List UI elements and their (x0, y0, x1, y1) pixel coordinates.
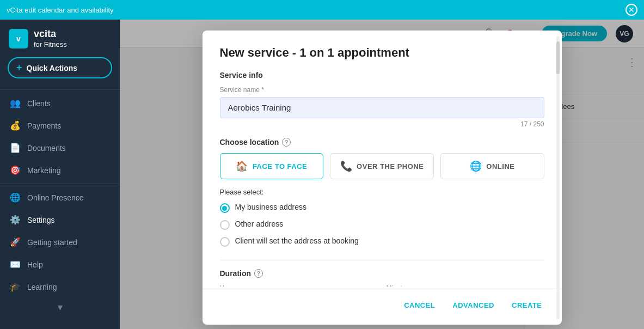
hours-label: Hours (220, 284, 378, 287)
sidebar-item-online-presence[interactable]: 🌐 Online Presence (0, 186, 120, 209)
app-body: v vcita for Fitness + Quick Actions 👥 Cl… (0, 20, 644, 329)
section-divider (220, 260, 544, 260)
cancel-button[interactable]: CANCEL (402, 297, 437, 314)
logo-text: vcita for Fitness (34, 28, 67, 48)
location-face-to-face[interactable]: 🏠 FACE TO FACE (220, 153, 324, 179)
modal-scrollbar[interactable] (554, 31, 562, 325)
radio-client-indicator (220, 237, 230, 247)
duration-section: Duration ? (220, 269, 544, 278)
clients-icon: 👥 (10, 98, 21, 108)
location-over-phone[interactable]: 📞 OVER THE PHONE (330, 153, 434, 179)
please-select-label: Please select: (220, 188, 544, 196)
minutes-label: Minutes (387, 284, 544, 287)
modal-header: New service - 1 on 1 appointment (203, 31, 562, 71)
getting-started-icon: 🚀 (10, 237, 21, 247)
location-online[interactable]: 🌐 ONLINE (440, 153, 544, 179)
radio-business-address[interactable]: My business address (220, 203, 544, 213)
advanced-button[interactable]: ADVANCED (450, 297, 496, 314)
radio-business-indicator (220, 203, 230, 213)
radio-group: My business address Other address Client… (220, 203, 544, 247)
sidebar-item-marketing[interactable]: 🎯 Marketing (0, 159, 120, 181)
sidebar-logo: v vcita for Fitness (0, 20, 120, 55)
duration-info-icon: ? (254, 269, 263, 278)
create-button[interactable]: CREATE (510, 297, 544, 314)
radio-other-address[interactable]: Other address (220, 220, 544, 230)
sidebar-item-settings[interactable]: ⚙️ Settings (0, 209, 120, 231)
title-bar-text: vCita edit calendar and availability (7, 6, 114, 14)
marketing-icon: 🎯 (10, 165, 21, 175)
settings-icon: ⚙️ (10, 215, 21, 225)
online-icon: 🌐 (470, 160, 482, 172)
documents-icon: 📄 (10, 143, 21, 153)
choose-location-label: Choose location ? (220, 138, 544, 147)
phone-icon: 📞 (340, 160, 353, 172)
sidebar-item-help[interactable]: ✉️ Help (0, 253, 120, 276)
minutes-field: Minutes 30 Minutes ▼ (387, 284, 544, 287)
modal-footer: CANCEL ADVANCED CREATE (203, 289, 562, 325)
service-name-label: Service name * (220, 86, 544, 94)
sidebar-item-clients[interactable]: 👥 Clients (0, 92, 120, 114)
plus-icon: + (16, 62, 22, 74)
quick-actions-button[interactable]: + Quick Actions (8, 57, 112, 78)
logo-icon: v (9, 29, 28, 48)
sidebar-item-getting-started[interactable]: 🚀 Getting started (0, 231, 120, 253)
title-bar: vCita edit calendar and availability ✕ (0, 0, 644, 20)
modal-body: Service info Service name * 17 / 250 Cho… (203, 71, 562, 287)
sidebar: v vcita for Fitness + Quick Actions 👥 Cl… (0, 20, 120, 329)
payments-icon: 💰 (10, 120, 21, 131)
hours-field: Hours 1 Hours ▼ (220, 284, 378, 287)
sidebar-scroll-down[interactable]: ▾ (0, 298, 120, 316)
modal-overlay: New service - 1 on 1 appointment Service… (120, 20, 644, 329)
sidebar-item-payments[interactable]: 💰 Payments (0, 114, 120, 137)
service-info-section: Service info (220, 71, 544, 80)
location-buttons: 🏠 FACE TO FACE 📞 OVER THE PHONE 🌐 ONLINE (220, 153, 544, 179)
service-name-input[interactable] (220, 97, 544, 118)
sidebar-divider (0, 89, 120, 90)
learning-icon: 🎓 (10, 282, 21, 292)
modal-title: New service - 1 on 1 appointment (220, 46, 544, 60)
face-to-face-icon: 🏠 (236, 160, 248, 172)
help-icon: ✉️ (10, 259, 21, 270)
sidebar-divider-2 (0, 184, 120, 184)
duration-row: Hours 1 Hours ▼ Minutes 30 Minutes ▼ (220, 284, 544, 287)
content-area: 🔍 ❓ Help Upgrade Now VG ⋮ 1 on 1 10 atte… (120, 20, 644, 329)
radio-other-indicator (220, 220, 230, 230)
close-window-button[interactable]: ✕ (625, 4, 637, 16)
char-count: 17 / 250 (220, 120, 544, 128)
location-info-icon: ? (282, 138, 291, 147)
radio-client-address[interactable]: Client will set the address at booking (220, 236, 544, 247)
sidebar-item-learning[interactable]: 🎓 Learning (0, 276, 120, 298)
online-presence-icon: 🌐 (10, 192, 21, 203)
sidebar-item-documents[interactable]: 📄 Documents (0, 137, 120, 159)
new-service-modal: New service - 1 on 1 appointment Service… (203, 31, 562, 325)
